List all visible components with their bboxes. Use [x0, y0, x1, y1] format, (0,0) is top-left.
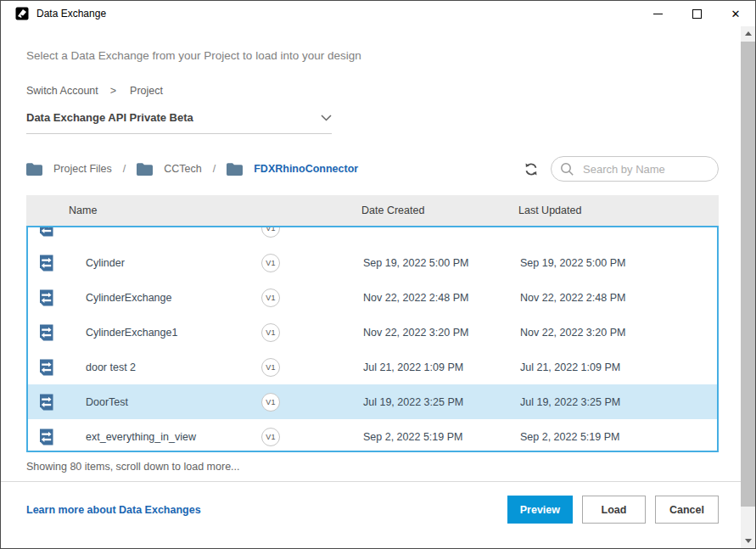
table-row[interactable]: CylinderV1Sep 19, 2022 5:00 PMSep 19, 20…: [28, 245, 717, 280]
column-header-last-updated[interactable]: Last Updated: [518, 195, 581, 226]
row-last-updated: Nov 22, 2022 3:20 PM: [520, 327, 625, 339]
row-last-updated: Jul 19, 2022 3:25 PM: [520, 396, 620, 408]
close-icon: ✕: [731, 8, 741, 20]
window-controls: ✕: [638, 1, 755, 26]
cancel-button[interactable]: Cancel: [655, 496, 719, 524]
rhino-logo-icon: [15, 7, 29, 20]
dialog-footer: Learn more about Data Exchanges PreviewL…: [26, 496, 719, 524]
folder-crumb-fdxrhinoconnector[interactable]: FDXRhinoConnector: [227, 163, 358, 176]
row-last-updated: Sep 19, 2022 5:00 PM: [520, 257, 625, 269]
data-exchange-file-icon: [38, 323, 54, 341]
folder-crumb-cctech[interactable]: CCTech: [137, 163, 201, 176]
refresh-button[interactable]: [524, 162, 539, 176]
data-exchange-file-icon: [38, 254, 54, 272]
data-exchange-dialog: Data Exchange ✕ Select a Data Exchange f…: [0, 0, 756, 549]
folder-icon: [227, 163, 243, 176]
sync-icon: [524, 162, 539, 176]
table-body[interactable]: V1CylinderV1Sep 19, 2022 5:00 PMSep 19, …: [26, 226, 719, 452]
load-button[interactable]: Load: [582, 496, 646, 524]
exchange-table: Name Date Created Last Updated V1Cylinde…: [26, 195, 719, 452]
data-exchange-file-icon: [38, 289, 54, 306]
folder-icon: [26, 163, 42, 176]
crumb-label: Project Files: [53, 163, 112, 175]
data-exchange-file-icon: [38, 393, 54, 411]
data-exchange-file-icon: [38, 226, 54, 237]
crumb-label: FDXRhinoConnector: [254, 163, 358, 175]
switch-account-link[interactable]: Switch Account: [26, 85, 98, 97]
table-row[interactable]: DoorTestV1Jul 19, 2022 3:25 PMJul 19, 20…: [28, 384, 717, 419]
window-title: Data Exchange: [36, 8, 106, 20]
row-name: CylinderExchange: [86, 292, 171, 304]
action-buttons: PreviewLoadCancel: [507, 496, 719, 524]
account-breadcrumb: Switch Account > Project: [26, 85, 719, 97]
version-badge: V1: [261, 226, 280, 238]
table-row[interactable]: V1: [28, 226, 717, 245]
column-header-name[interactable]: Name: [69, 195, 97, 226]
scroll-down-icon: [745, 539, 752, 543]
scroll-up-icon: [745, 31, 752, 36]
hub-select[interactable]: Data Exchange API Private Beta: [26, 111, 332, 134]
column-header-date-created[interactable]: Date Created: [361, 195, 424, 226]
toolbar-right: [524, 156, 719, 182]
chevron-down-icon: [321, 115, 332, 121]
row-last-updated: Jul 21, 2022 1:09 PM: [520, 361, 620, 373]
data-exchange-file-icon: [38, 358, 54, 376]
items-status-text: Showing 80 items, scroll down to load mo…: [26, 461, 719, 473]
breadcrumb-separator: >: [110, 85, 116, 97]
version-badge: V1: [261, 428, 280, 446]
titlebar: Data Exchange ✕: [1, 1, 755, 26]
search-icon: [560, 162, 574, 176]
row-last-updated: Sep 2, 2022 5:19 PM: [520, 431, 619, 443]
data-exchange-file-icon: [38, 428, 54, 445]
version-badge: V1: [261, 254, 280, 272]
folder-crumb-project-files[interactable]: Project Files: [26, 163, 112, 176]
row-name: ext_everything_in_view: [86, 431, 196, 443]
version-badge: V1: [261, 393, 280, 412]
row-date-created: Sep 2, 2022 5:19 PM: [363, 431, 462, 443]
table-header: Name Date Created Last Updated: [26, 195, 719, 226]
version-badge: V1: [261, 289, 280, 307]
toolbar: Project Files/CCTech/FDXRhinoConnector: [26, 156, 719, 182]
row-date-created: Sep 19, 2022 5:00 PM: [363, 257, 468, 269]
close-button[interactable]: ✕: [716, 1, 755, 26]
table-row[interactable]: CylinderExchangeV1Nov 22, 2022 2:48 PMNo…: [28, 280, 717, 315]
folder-icon: [137, 163, 153, 176]
row-name: CylinderExchange1: [86, 327, 177, 339]
row-date-created: Jul 19, 2022 3:25 PM: [363, 396, 463, 408]
row-date-created: Nov 22, 2022 2:48 PM: [363, 292, 468, 304]
row-name: Cylinder: [86, 257, 125, 269]
row-last-updated: Nov 22, 2022 2:48 PM: [520, 292, 625, 304]
folder-breadcrumb: Project Files/CCTech/FDXRhinoConnector: [26, 163, 358, 176]
minimize-icon: [653, 14, 663, 14]
version-badge: V1: [261, 323, 280, 342]
scroll-down-button[interactable]: [741, 534, 755, 548]
learn-more-link[interactable]: Learn more about Data Exchanges: [26, 504, 201, 516]
crumb-label: CCTech: [164, 163, 201, 175]
search-box: [551, 156, 719, 182]
table-row[interactable]: CylinderExchange1V1Nov 22, 2022 3:20 PMN…: [28, 315, 717, 350]
dialog-subtitle: Select a Data Exchange from your Project…: [26, 49, 719, 62]
hub-select-value: Data Exchange API Private Beta: [26, 111, 193, 124]
dialog-content: Select a Data Exchange from your Project…: [1, 49, 742, 524]
row-name: door test 2: [86, 361, 136, 373]
row-date-created: Jul 21, 2022 1:09 PM: [363, 361, 463, 373]
search-input[interactable]: [581, 162, 709, 176]
crumb-separator: /: [123, 163, 126, 175]
maximize-button[interactable]: [677, 1, 716, 26]
maximize-icon: [692, 9, 702, 19]
minimize-button[interactable]: [638, 1, 677, 26]
version-badge: V1: [261, 358, 280, 377]
vertical-scrollbar[interactable]: [741, 26, 755, 548]
scroll-up-button[interactable]: [741, 26, 755, 41]
footer-divider: [1, 481, 742, 482]
project-breadcrumb-item[interactable]: Project: [130, 85, 163, 97]
scrollbar-thumb[interactable]: [741, 42, 755, 507]
table-row[interactable]: door test 2V1Jul 21, 2022 1:09 PMJul 21,…: [28, 350, 717, 384]
row-date-created: Nov 22, 2022 3:20 PM: [363, 327, 468, 339]
preview-button[interactable]: Preview: [507, 496, 573, 524]
row-name: DoorTest: [86, 396, 128, 408]
table-row[interactable]: ext_everything_in_viewV1Sep 2, 2022 5:19…: [28, 419, 717, 452]
crumb-separator: /: [213, 163, 216, 175]
